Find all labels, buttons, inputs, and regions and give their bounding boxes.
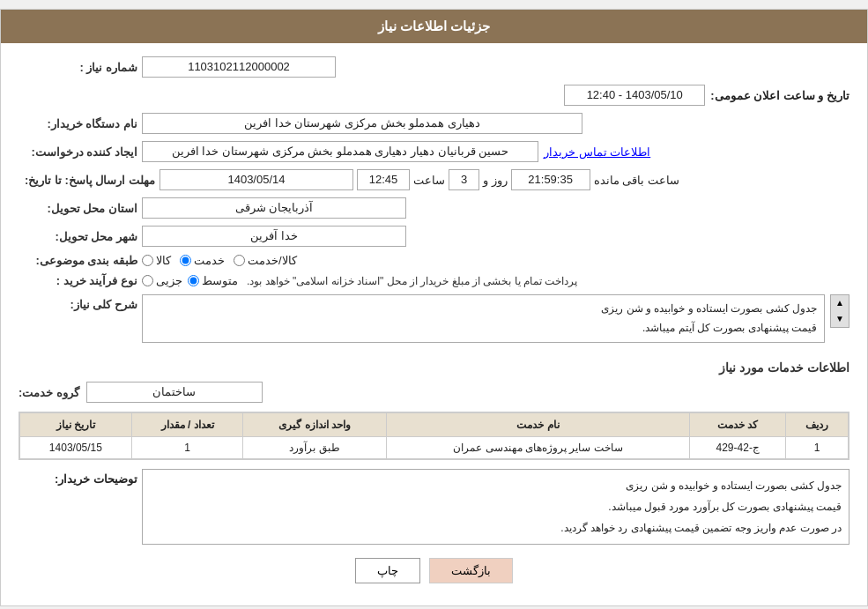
ostan-value: آذربایجان شرقی <box>142 197 406 219</box>
tabaqe-label: طبقه بندی موضوعی: <box>19 254 142 267</box>
tozihat-line1: جدول کشی بصورت ایستاده و خوابیده و شن ری… <box>150 475 842 496</box>
shomare-niaz-row: 1103102112000002 شماره نیاز : <box>19 56 849 78</box>
jozii-item: جزیی <box>142 274 182 287</box>
sharh-line1: جدول کشی بصورت ایستاده و خوابیده و شن ری… <box>150 300 817 319</box>
shomare-niaz-value: 1103102112000002 <box>142 56 336 78</box>
sharh-content: جدول کشی بصورت ایستاده و خوابیده و شن ری… <box>142 294 825 343</box>
tabaqe-kala-label: کالا <box>156 254 171 267</box>
cell-vahed: طبق برآورد <box>243 437 386 459</box>
shomare-niaz-label: شماره نیاز : <box>19 61 142 74</box>
services-table: ردیف کد خدمت نام خدمت واحد اندازه گیری ت… <box>19 412 849 459</box>
tabaqe-radio-group: کالا/خدمت خدمت کالا <box>142 254 297 267</box>
nam-dastgah-row: دهیاری همدملو بخش مرکزی شهرستان خدا افری… <box>19 113 849 134</box>
ostan-row: آذربایجان شرقی استان محل تحویل: <box>19 197 849 219</box>
sharh-up-arrow[interactable]: ▲ <box>831 295 849 311</box>
noع-farayand-row: پرداخت تمام یا بخشی از مبلغ خریدار از مح… <box>19 274 849 287</box>
col-tedad: تعداد / مقدار <box>131 413 243 437</box>
tabaqe-kala-item: کالا <box>142 254 171 267</box>
cell-kod: ج-42-429 <box>690 437 786 459</box>
shahr-value: خدا آفرین <box>142 226 406 247</box>
page-wrapper: جزئیات اطلاعات نیاز 1103102112000002 شما… <box>0 9 868 606</box>
sharh-down-arrow[interactable]: ▼ <box>831 311 849 327</box>
tozihat-section: جدول کشی بصورت ایستاده و خوابیده و شن ری… <box>19 469 849 545</box>
sharh-arrows[interactable]: ▲ ▼ <box>830 294 849 328</box>
back-button[interactable]: بازگشت <box>429 558 513 583</box>
tabaqe-kala-khedmat-label: کالا/خدمت <box>248 254 297 267</box>
tabaqe-kala-khedmat-radio[interactable] <box>234 255 245 266</box>
col-radif: ردیف <box>786 413 849 437</box>
remaining-value: 21:59:35 <box>511 169 590 190</box>
button-row: بازگشت چاپ <box>19 558 849 583</box>
tarikh-saat-row: 1403/05/10 - 12:40 تاریخ و ساعت اعلان عم… <box>19 85 849 106</box>
roz-value: 3 <box>449 169 479 190</box>
jozii-radio[interactable] <box>142 275 153 286</box>
tozihat-label: توضیحات خریدار: <box>19 469 142 486</box>
sharh-label: شرح کلی نیاز: <box>19 294 142 311</box>
tozihat-line2: قیمت پیشنهادی بصورت کل برآورد مورد قبول … <box>150 496 842 517</box>
col-kod: کد خدمت <box>690 413 786 437</box>
tabaqe-row: کالا/خدمت خدمت کالا طبقه بندی موضوعی: <box>19 254 849 267</box>
sharh-box: ▲ ▼ جدول کشی بصورت ایستاده و خوابیده و ش… <box>142 294 849 343</box>
shahr-row: خدا آفرین شهر محل تحویل: <box>19 226 849 247</box>
print-button[interactable]: چاپ <box>355 558 420 583</box>
col-nam: نام خدمت <box>386 413 689 437</box>
ijad-konande-row: اطلاعات تماس خریدار حسین قربانیان دهیار … <box>19 141 849 162</box>
group-khedmat-value: ساختمان <box>86 382 263 403</box>
sharh-line2: قیمت پیشنهادی بصورت کل آیتم میباشد. <box>150 319 817 338</box>
cell-tarikh: 1403/05/15 <box>20 437 132 459</box>
col-vahed: واحد اندازه گیری <box>243 413 386 437</box>
tarikh-saat-value: 1403/05/10 - 12:40 <box>564 85 705 106</box>
nam-dastgah-label: نام دستگاه خریدار: <box>19 117 142 130</box>
ettelaat-tamas-link[interactable]: اطلاعات تماس خریدار <box>544 145 650 159</box>
ijad-konande-label: ایجاد کننده درخواست: <box>19 145 142 159</box>
roz-label: روز و <box>483 174 508 187</box>
group-khedmat-row: ساختمان گروه خدمت: <box>19 382 849 403</box>
motavasset-item: متوسط <box>188 274 238 287</box>
cell-nam: ساخت سایر پروژه‌های مهندسی عمران <box>386 437 689 459</box>
noع-description: پرداخت تمام یا بخشی از مبلغ خریدار از مح… <box>247 275 577 287</box>
tozihat-content: جدول کشی بصورت ایستاده و خوابیده و شن ری… <box>142 469 849 545</box>
table-row: 1 ج-42-429 ساخت سایر پروژه‌های مهندسی عم… <box>20 437 849 459</box>
page-title: جزئیات اطلاعات نیاز <box>378 19 490 33</box>
motavasset-label: متوسط <box>202 274 238 287</box>
ijad-konande-value: حسین قربانیان دهیار دهیاری همدملو بخش مر… <box>142 141 538 162</box>
mohlat-label: مهلت ارسال پاسخ: تا تاریخ: <box>19 174 160 187</box>
services-table-container: ردیف کد خدمت نام خدمت واحد اندازه گیری ت… <box>19 412 849 460</box>
tabaqe-kala-khedmat: کالا/خدمت <box>234 254 297 267</box>
ostan-label: استان محل تحویل: <box>19 202 142 215</box>
mohlat-row: ساعت باقی مانده 21:59:35 روز و 3 ساعت 12… <box>19 169 849 190</box>
cell-tedad: 1 <box>131 437 243 459</box>
remaining-label: ساعت باقی مانده <box>594 174 679 187</box>
sharh-row: ▲ ▼ جدول کشی بصورت ایستاده و خوابیده و ش… <box>19 294 849 350</box>
content-area: 1103102112000002 شماره نیاز : 1403/05/10… <box>1 43 867 605</box>
col-tarikh: تاریخ نیاز <box>20 413 132 437</box>
noع-farayand-label: نوع فرآیند خرید : <box>19 274 142 287</box>
nam-dastgah-value: دهیاری همدملو بخش مرکزی شهرستان خدا افری… <box>142 113 582 134</box>
aettelaat-khadamat-title: اطلاعات خدمات مورد نیاز <box>19 360 849 375</box>
tabaqe-khedmat-radio[interactable] <box>180 255 191 266</box>
mohlat-date: 1403/05/14 <box>160 169 353 190</box>
tabaqe-kala-radio[interactable] <box>142 255 153 266</box>
shahr-label: شهر محل تحویل: <box>19 230 142 243</box>
tabaqe-khedmat-label: خدمت <box>194 254 225 267</box>
tabaqe-khedmat-item: خدمت <box>180 254 225 267</box>
page-header: جزئیات اطلاعات نیاز <box>1 10 867 43</box>
tarikh-saat-label: تاریخ و ساعت اعلان عمومی: <box>710 89 849 102</box>
saat-label: ساعت <box>413 174 445 187</box>
jozii-label: جزیی <box>156 274 182 287</box>
group-khedmat-label: گروه خدمت: <box>19 386 79 399</box>
motavasset-radio[interactable] <box>188 275 199 286</box>
cell-radif: 1 <box>786 437 849 459</box>
saat-value: 12:45 <box>357 169 410 190</box>
tozihat-line3: در صورت عدم واریز وجه تضمین قیمت پیشنهاد… <box>150 517 842 538</box>
